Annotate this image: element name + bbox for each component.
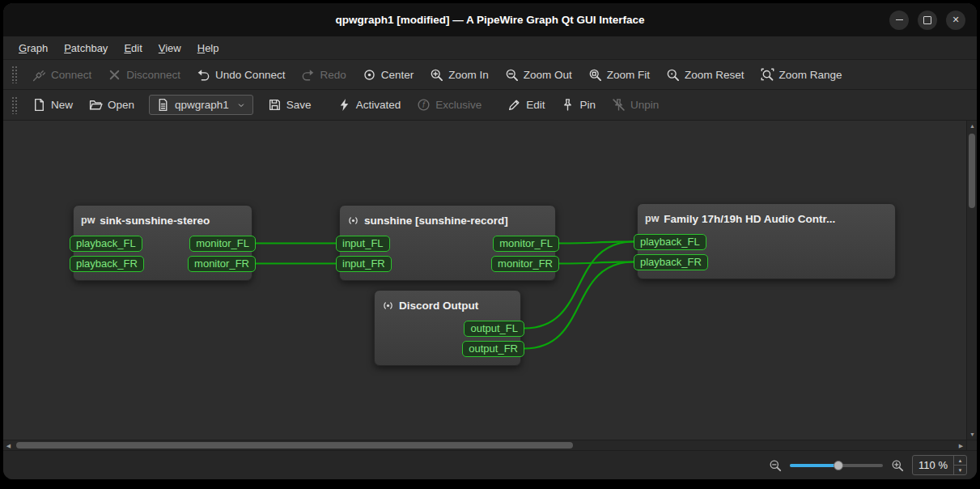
disconnect-button[interactable]: Disconnect xyxy=(100,64,189,86)
connect-button[interactable]: Connect xyxy=(24,64,100,86)
port-discord-output_FL[interactable]: output_FL xyxy=(464,321,524,337)
edit-icon xyxy=(507,98,521,112)
maximize-button[interactable] xyxy=(918,11,937,30)
port-family-playback_FL[interactable]: playback_FL xyxy=(634,234,706,250)
zoom-increment-button[interactable] xyxy=(954,456,966,466)
exclusive-button[interactable]: Exclusive xyxy=(409,94,490,116)
disconnect-label: Disconnect xyxy=(126,69,180,81)
center-icon xyxy=(363,68,376,82)
port-sink-monitor_FL[interactable]: monitor_FL xyxy=(189,236,256,252)
menu-graph[interactable]: Graph xyxy=(11,39,55,57)
pin-icon xyxy=(561,98,575,112)
zoom-slider[interactable] xyxy=(790,464,883,467)
horizontal-scrollbar-thumb[interactable] xyxy=(16,442,573,449)
zoom-fit-button[interactable]: Zoom Fit xyxy=(580,64,658,86)
redo-button[interactable]: Redo xyxy=(293,64,354,86)
menubar: GraphPatchbayEditViewHelp xyxy=(3,36,977,60)
save-button[interactable]: Save xyxy=(260,94,320,116)
graph-canvas[interactable]: pwsink-sunshine-stereoplayback_FLmonitor… xyxy=(3,121,977,450)
minimize-button[interactable] xyxy=(889,11,909,30)
zoom-out-icon[interactable] xyxy=(769,459,782,472)
ports: playback_FLplayback_FR xyxy=(638,232,895,279)
undo-connect-label: Undo Connect xyxy=(215,69,285,81)
chevron-down-icon xyxy=(236,100,246,110)
node-title: Discord Output xyxy=(375,291,520,318)
edit-button[interactable]: Edit xyxy=(499,94,553,116)
zoom-out-label: Zoom Out xyxy=(524,69,572,81)
vertical-scrollbar-thumb[interactable] xyxy=(969,134,975,208)
new-button[interactable]: New xyxy=(24,94,81,116)
redo-label: Redo xyxy=(320,69,346,81)
node-title-text: sunshine [sunshine-record] xyxy=(364,215,508,227)
close-button[interactable] xyxy=(946,11,965,30)
pipewire-icon: pw xyxy=(645,214,659,224)
graph-canvas-area: pwsink-sunshine-stereoplayback_FLmonitor… xyxy=(3,121,977,450)
node-family[interactable]: pwFamily 17h/19h HD Audio Contr...playba… xyxy=(637,203,896,279)
zoom-reset-button[interactable]: Zoom Reset xyxy=(658,64,753,86)
zoom-value: 110 % xyxy=(913,456,953,474)
toolbar-patchbay: NewOpenqpwgraph1SaveActivatedExclusiveEd… xyxy=(3,90,977,121)
unpin-label: Unpin xyxy=(630,99,659,111)
open-button[interactable]: Open xyxy=(81,94,142,116)
connection-sunshine-monitor_FL-to-family-playback_FL[interactable] xyxy=(559,242,634,244)
port-sunshine-monitor_FR[interactable]: monitor_FR xyxy=(491,256,559,272)
menu-help[interactable]: Help xyxy=(190,39,227,57)
zoom-spin-buttons xyxy=(953,456,966,474)
zoom-spinbox[interactable]: 110 % xyxy=(912,455,967,475)
port-family-playback_FR[interactable]: playback_FR xyxy=(634,254,708,270)
zoom-slider-handle[interactable] xyxy=(834,461,843,470)
port-row: playback_FLmonitor_FL xyxy=(74,235,252,252)
toolbar-main: ConnectDisconnectUndo ConnectRedoCenterZ… xyxy=(3,60,977,90)
zoom-in-icon[interactable] xyxy=(891,459,904,472)
vertical-scrollbar[interactable] xyxy=(966,121,977,440)
port-discord-output_FR[interactable]: output_FR xyxy=(462,341,524,357)
scroll-up-icon[interactable] xyxy=(967,121,977,131)
pin-button[interactable]: Pin xyxy=(553,94,604,116)
scroll-left-icon[interactable] xyxy=(3,440,14,450)
connect-label: Connect xyxy=(51,69,91,81)
menu-view[interactable]: View xyxy=(151,39,189,57)
zoom-reset-label: Zoom Reset xyxy=(685,69,745,81)
file-icon xyxy=(156,98,170,112)
menu-edit[interactable]: Edit xyxy=(117,39,149,57)
zoom-reset-icon xyxy=(666,68,680,82)
scroll-right-icon[interactable] xyxy=(956,440,966,450)
ports: playback_FLmonitor_FLplayback_FRmonitor_… xyxy=(74,233,252,280)
port-sunshine-monitor_FL[interactable]: monitor_FL xyxy=(493,236,559,252)
toolbar-main-drag-handle[interactable] xyxy=(11,66,18,83)
node-discord[interactable]: Discord Outputoutput_FLoutput_FR xyxy=(374,290,521,366)
menu-patchbay[interactable]: Patchbay xyxy=(57,39,115,57)
zoom-decrement-button[interactable] xyxy=(954,466,966,474)
unpin-button[interactable]: Unpin xyxy=(604,94,667,116)
undo-connect-button[interactable]: Undo Connect xyxy=(189,64,293,86)
connections-layer xyxy=(3,121,977,450)
port-sink-playback_FL[interactable]: playback_FL xyxy=(70,236,142,252)
port-row: playback_FL xyxy=(638,233,895,250)
ports: output_FLoutput_FR xyxy=(375,318,520,365)
scroll-down-icon[interactable] xyxy=(967,429,977,440)
node-sunshine[interactable]: sunshine [sunshine-record]input_FLmonito… xyxy=(339,205,556,281)
port-row: playback_FR xyxy=(638,253,895,270)
horizontal-scrollbar[interactable] xyxy=(3,440,966,450)
port-row: playback_FRmonitor_FR xyxy=(74,255,252,272)
toolbar-patchbay-drag-handle[interactable] xyxy=(11,96,18,114)
port-sink-monitor_FR[interactable]: monitor_FR xyxy=(188,256,256,272)
center-button[interactable]: Center xyxy=(354,64,422,86)
connection-sunshine-monitor_FR-to-family-playback_FR[interactable] xyxy=(559,262,634,264)
port-sunshine-input_FR[interactable]: input_FR xyxy=(336,256,392,272)
port-row: output_FL xyxy=(375,320,520,337)
open-icon xyxy=(89,98,103,112)
activated-label: Activated xyxy=(356,99,401,111)
zoom-range-button[interactable]: Zoom Range xyxy=(753,64,851,86)
zoom-out-button[interactable]: Zoom Out xyxy=(497,64,580,86)
activated-button[interactable]: Activated xyxy=(329,94,409,116)
zoom-slider-fill xyxy=(790,464,838,467)
port-sunshine-input_FL[interactable]: input_FL xyxy=(336,236,390,252)
patchbay-file-select[interactable]: qpwgraph1 xyxy=(149,95,253,115)
node-title-text: Discord Output xyxy=(399,300,478,312)
zoom-out-icon xyxy=(505,68,519,82)
node-sink[interactable]: pwsink-sunshine-stereoplayback_FLmonitor… xyxy=(73,205,252,281)
zoom-in-button[interactable]: Zoom In xyxy=(422,64,497,86)
center-label: Center xyxy=(381,69,414,81)
port-sink-playback_FR[interactable]: playback_FR xyxy=(70,256,144,272)
